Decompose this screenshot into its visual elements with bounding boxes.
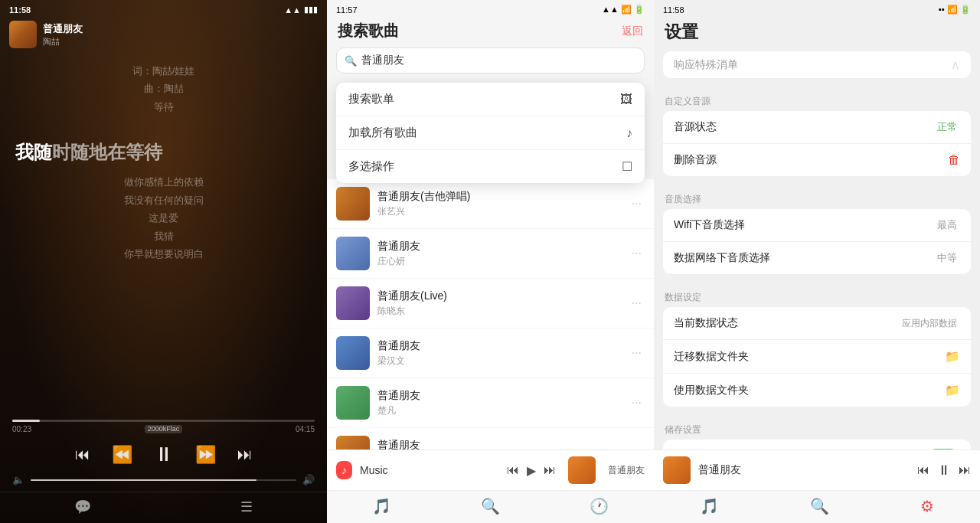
settings-bottom-nav: 🎵 🔍 ⚙ bbox=[654, 490, 980, 523]
progress-bar[interactable] bbox=[12, 420, 315, 422]
music-player-panel: 11:58 ▲▲ ▮▮▮ 普通朋友 陶喆 词：陶喆/娃娃 曲：陶喆 等待 我随时… bbox=[0, 0, 327, 523]
lyric-line-6: 你早就想要说明白 bbox=[15, 245, 312, 263]
settings-nav-search[interactable]: 🔍 bbox=[810, 497, 829, 515]
player-song-title: 普通朋友 bbox=[43, 22, 83, 36]
volume-bar[interactable] bbox=[31, 479, 296, 481]
dropdown-item-playlist[interactable]: 搜索歌单 🖼 bbox=[336, 83, 645, 116]
list-icon[interactable]: ☰ bbox=[240, 498, 253, 515]
song-more-3[interactable]: ··· bbox=[629, 346, 645, 360]
player-time: 11:58 bbox=[9, 5, 31, 15]
settings-time: 11:58 bbox=[663, 5, 684, 15]
song-item-4[interactable]: 普通朋友 楚凡 ··· bbox=[327, 378, 654, 427]
song-artist-1: 庄心妍 bbox=[377, 255, 629, 268]
chat-icon[interactable]: 💬 bbox=[74, 498, 91, 515]
lyric-line-active: 我随时随地在等待 bbox=[15, 136, 312, 168]
song-name-2: 普通朋友(Live) bbox=[377, 289, 629, 303]
song-artist-4: 楚凡 bbox=[377, 404, 629, 417]
dropdown-item-load-all[interactable]: 加载所有歌曲 ♪ bbox=[336, 116, 645, 150]
wifi-icon: ▲▲ bbox=[284, 5, 301, 15]
search-bottom-app-name: Music bbox=[360, 464, 499, 476]
song-more-2[interactable]: ··· bbox=[629, 296, 645, 310]
quality-card: Wifi下音质选择 最高 数据网络下音质选择 中等 bbox=[663, 209, 971, 274]
migrate-folder-icon: 📁 bbox=[945, 349, 960, 364]
song-item-5[interactable]: 普通朋友 陶喆 ··· bbox=[327, 428, 654, 449]
pause-button[interactable]: ⏸ bbox=[154, 443, 174, 466]
data-section-title: 数据设定 bbox=[654, 286, 980, 307]
storage-card: 保存歌曲时储存歌曲封面 保存歌单时储存歌曲缩页 bbox=[663, 440, 971, 449]
settings-row-data-quality[interactable]: 数据网络下音质选择 中等 bbox=[663, 242, 971, 274]
dropdown-load-icon: ♪ bbox=[626, 126, 632, 140]
search-bottom-play[interactable]: ▶ bbox=[527, 463, 536, 478]
settings-bottom-controls: ⏮ ⏸ ⏭ bbox=[917, 463, 971, 479]
settings-row-sound-status[interactable]: 音源状态 正常 bbox=[663, 111, 971, 144]
song-artist-3: 梁汉文 bbox=[377, 355, 629, 368]
song-more-4[interactable]: ··· bbox=[629, 396, 645, 410]
settings-collapse-icon[interactable]: ∧ bbox=[951, 57, 960, 72]
settings-top-row[interactable]: 响应特殊消单 ∧ bbox=[663, 51, 971, 78]
lyric-meta-2: 曲：陶喆 bbox=[15, 80, 312, 97]
song-thumb-5 bbox=[336, 436, 370, 449]
search-bottom-next[interactable]: ⏭ bbox=[544, 463, 556, 477]
search-nav-search[interactable]: 🔍 bbox=[481, 497, 500, 515]
sound-status-value: 正常 bbox=[937, 120, 957, 134]
settings-bottom-player: 普通朋友 ⏮ ⏸ ⏭ bbox=[654, 449, 980, 490]
data-quality-label: 数据网络下音质选择 bbox=[674, 251, 937, 265]
settings-bottom-pause[interactable]: ⏸ bbox=[937, 463, 951, 479]
search-cancel-button[interactable]: 返回 bbox=[622, 25, 643, 38]
rewind-button[interactable]: ⏪ bbox=[112, 445, 132, 465]
song-more-1[interactable]: ··· bbox=[629, 247, 645, 260]
lyric-line-3: 我没有任何的疑问 bbox=[15, 191, 312, 209]
music-app-icon: ♪ bbox=[336, 461, 352, 479]
song-name-0: 普通朋友(吉他弹唱) bbox=[377, 190, 629, 204]
settings-section-custom-sound: 自定义音源 音源状态 正常 删除音源 🗑 bbox=[654, 90, 980, 176]
search-bottom-song: 普通朋友 bbox=[608, 464, 645, 477]
use-folder-icon: 📁 bbox=[945, 383, 960, 397]
prev-button[interactable]: ⏮ bbox=[75, 446, 90, 463]
settings-bottom-next[interactable]: ⏭ bbox=[959, 463, 971, 477]
dropdown-playlist-icon: 🖼 bbox=[620, 93, 632, 106]
settings-panel: 11:58 ▪▪ 📶 🔋 设置 响应特殊消单 ∧ 自定义音源 音源状态 正常 删… bbox=[654, 0, 980, 523]
progress-fill bbox=[12, 420, 40, 422]
settings-status-icons: ▪▪ 📶 🔋 bbox=[939, 5, 971, 15]
song-item-1[interactable]: 普通朋友 庄心妍 ··· bbox=[327, 229, 654, 278]
search-nav-discover[interactable]: 🕐 bbox=[590, 497, 609, 515]
search-icon: 🔍 bbox=[345, 55, 357, 67]
song-item-0[interactable]: 普通朋友(吉他弹唱) 张艺兴 ··· bbox=[327, 179, 654, 228]
player-bottom-nav: 💬 ☰ bbox=[0, 492, 327, 523]
fast-forward-button[interactable]: ⏩ bbox=[195, 445, 216, 465]
song-more-0[interactable]: ··· bbox=[629, 197, 645, 211]
search-time: 11:57 bbox=[336, 5, 358, 15]
search-input-area[interactable]: 🔍 普通朋友 bbox=[336, 47, 645, 74]
volume-area: 🔈 🔊 bbox=[0, 474, 327, 492]
settings-row-wifi-quality[interactable]: Wifi下音质选择 最高 bbox=[663, 209, 971, 242]
volume-high-icon: 🔊 bbox=[302, 474, 315, 485]
player-controls: ⏮ ⏪ ⏸ ⏩ ⏭ bbox=[0, 433, 327, 474]
search-nav-library[interactable]: 🎵 bbox=[372, 497, 391, 515]
settings-row-migrate-folder[interactable]: 迁移数据文件夹 📁 bbox=[663, 340, 971, 374]
settings-nav-settings[interactable]: ⚙ bbox=[920, 497, 934, 515]
dropdown-item-multiselect[interactable]: 多选操作 ☐ bbox=[336, 150, 645, 183]
volume-fill bbox=[31, 479, 256, 481]
settings-row-delete-sound[interactable]: 删除音源 🗑 bbox=[663, 144, 971, 176]
delete-sound-label: 删除音源 bbox=[674, 153, 948, 167]
search-input[interactable]: 普通朋友 bbox=[361, 54, 636, 67]
song-name-1: 普通朋友 bbox=[377, 240, 629, 253]
settings-nav-library[interactable]: 🎵 bbox=[700, 497, 719, 515]
song-item-2[interactable]: 普通朋友(Live) 陈晓东 ··· bbox=[327, 279, 654, 328]
player-song-artist: 陶喆 bbox=[43, 36, 83, 47]
song-item-3[interactable]: 普通朋友 梁汉文 ··· bbox=[327, 329, 654, 378]
song-thumb-1 bbox=[336, 237, 370, 270]
search-bottom-prev[interactable]: ⏮ bbox=[507, 463, 519, 477]
search-bottom-player: ♪ Music ⏮ ▶ ⏭ 普通朋友 bbox=[327, 449, 654, 490]
settings-bottom-prev[interactable]: ⏮ bbox=[917, 463, 929, 477]
settings-row-use-folder[interactable]: 使用数据文件夹 📁 bbox=[663, 374, 971, 407]
elapsed-time: 00:23 bbox=[12, 425, 31, 433]
album-thumbnail bbox=[9, 21, 37, 48]
settings-row-save-cover[interactable]: 保存歌曲时储存歌曲封面 bbox=[663, 440, 971, 449]
next-button[interactable]: ⏭ bbox=[237, 446, 253, 463]
delete-sound-icon: 🗑 bbox=[948, 153, 960, 167]
progress-area[interactable]: 00:23 2000kFlac 04:15 bbox=[0, 420, 327, 433]
settings-row-data-status[interactable]: 当前数据状态 应用内部数据 bbox=[663, 307, 971, 340]
settings-section-data: 数据设定 当前数据状态 应用内部数据 迁移数据文件夹 📁 使用数据文件夹 📁 bbox=[654, 286, 980, 407]
lyric-line-2: 做你感情上的依赖 bbox=[15, 173, 312, 191]
